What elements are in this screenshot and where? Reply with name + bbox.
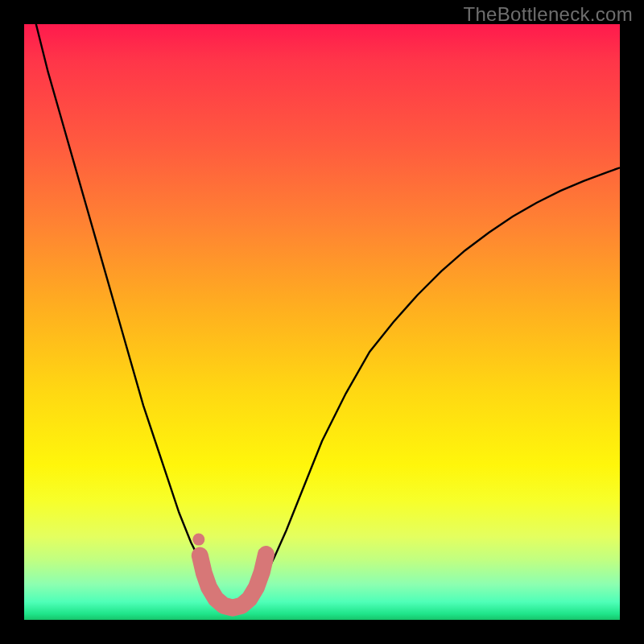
chart-svg	[24, 24, 620, 620]
plot-area	[24, 24, 620, 620]
marker-u-stroke	[200, 555, 266, 609]
chart-frame: TheBottleneck.com	[0, 0, 644, 644]
watermark-text: TheBottleneck.com	[463, 3, 633, 26]
bottleneck-curve	[24, 24, 620, 608]
marker-isolated-dot	[192, 534, 204, 546]
